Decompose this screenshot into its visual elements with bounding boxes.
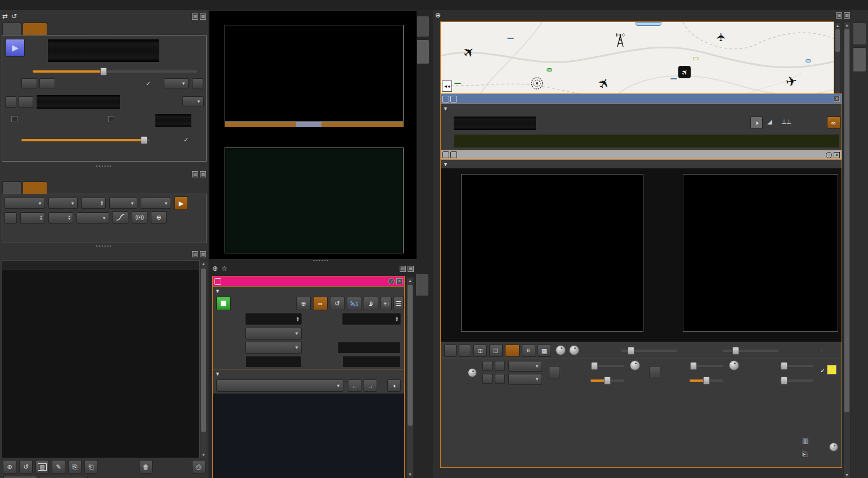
delay-fine-slider[interactable] — [780, 379, 813, 382]
map-label-ockham[interactable] — [454, 83, 461, 84]
fc-position-dropdown[interactable]: ▼ — [164, 78, 189, 88]
trace-visible-checkbox[interactable]: ✓ — [820, 367, 825, 374]
stream-button[interactable] — [450, 96, 457, 102]
fm-settings-row[interactable]: ▼ — [441, 104, 842, 113]
link-button[interactable]: ∞ — [313, 297, 328, 310]
add-feature-icon[interactable]: ⊕ — [212, 265, 218, 272]
longitude-field[interactable]: ▲▼ — [342, 313, 401, 325]
device-tab-r0[interactable] — [2, 23, 21, 35]
channel-scope-row[interactable]: ▼ — [441, 159, 842, 168]
close-window-icon[interactable]: ⊠ — [200, 14, 206, 20]
resize-handle[interactable]: •••••• — [307, 258, 335, 263]
close-window-icon[interactable]: ⊠ — [200, 251, 206, 257]
averaging-mode-dropdown[interactable]: ▼ — [109, 198, 137, 209]
map-scrollbar[interactable]: ▲ — [834, 23, 841, 101]
channels-side-tab-r0[interactable] — [853, 23, 866, 45]
pass-chart-row[interactable]: ▼ — [213, 369, 404, 378]
ofs-checkbox[interactable] — [108, 116, 114, 122]
sr-button[interactable] — [19, 96, 33, 108]
scope-vertical-split-button[interactable]: ◫ — [489, 345, 503, 357]
fft-window-dropdown[interactable]: ▼ — [5, 198, 45, 209]
spectrum-bars-icon[interactable]: ⊥⊥ — [781, 118, 791, 126]
frequency-scale-bar[interactable] — [225, 122, 404, 127]
antenna-button[interactable]: 📡︎ — [364, 297, 378, 310]
next-pass-button[interactable]: → — [364, 379, 377, 392]
spectrum-tab-r0[interactable] — [2, 181, 21, 194]
trace-down-button[interactable] — [495, 374, 505, 384]
save-preset-button[interactable]: ▥ — [35, 460, 49, 473]
channel-color-button[interactable] — [442, 151, 449, 158]
iq-button[interactable] — [39, 78, 55, 88]
map-infobox-egkb[interactable] — [693, 57, 699, 60]
ndb-marker-icon[interactable]: ◄● — [442, 81, 452, 92]
resize-handle[interactable]: •••••• — [90, 163, 118, 168]
tab-commands[interactable] — [39, 476, 88, 478]
scope-grid-button[interactable]: ▦ — [538, 345, 551, 357]
swap-device-icon[interactable]: ⇄ — [2, 12, 8, 20]
reload-device-icon[interactable]: ↺ — [11, 12, 17, 20]
offset-button[interactable] — [649, 366, 660, 378]
tracker-settings-row[interactable]: ▼ — [213, 286, 404, 295]
stereo-loop-button[interactable]: ∞ — [827, 117, 840, 129]
ref-level-spinbox[interactable]: ▲▼ — [20, 212, 45, 224]
amp-fine-knob[interactable] — [630, 360, 640, 370]
device-tab-r1[interactable] — [23, 23, 47, 35]
offset-exp-slider[interactable] — [690, 379, 723, 382]
spectrum-tab-r1[interactable] — [23, 181, 47, 194]
tab-presets[interactable] — [3, 476, 37, 478]
prev-pass-button[interactable]: ← — [348, 379, 361, 392]
trace-number-dropdown[interactable]: ▼ — [508, 361, 542, 372]
mute-button[interactable]: 🕨 — [750, 117, 763, 129]
add-preset-button[interactable]: ⊕ — [3, 460, 16, 473]
close-icon[interactable]: ✕ — [396, 278, 402, 284]
frequency-tracker-button[interactable]: ((•)) — [132, 211, 147, 224]
bias-t-checkbox[interactable]: ✓ — [146, 80, 151, 87]
load-trace-icon[interactable]: ⎗ — [802, 450, 808, 458]
projection-dropdown[interactable]: ▼ — [508, 374, 542, 385]
map-label-clipped[interactable] — [636, 22, 661, 26]
aircraft-icon[interactable]: ✈ — [714, 33, 728, 42]
range-spinbox[interactable]: ▲▼ — [48, 212, 73, 224]
restore-window-icon[interactable]: ⊞ — [400, 266, 406, 272]
nomod-checkbox[interactable] — [11, 116, 17, 122]
center-frequency-dial[interactable] — [47, 39, 160, 62]
scope-xy-plot[interactable] — [683, 174, 838, 332]
waterfall-plot[interactable] — [225, 148, 404, 253]
add-trace-button[interactable] — [482, 361, 493, 371]
channel-color-button[interactable] — [442, 96, 449, 102]
remove-trace-button[interactable] — [482, 374, 493, 384]
tracker-stop-button[interactable] — [216, 297, 231, 310]
import-preset-button[interactable]: ⎗ — [84, 460, 98, 473]
lo-ppm-slider[interactable] — [33, 70, 197, 73]
grid-intensity-knob[interactable] — [569, 345, 579, 355]
memory-knob[interactable] — [829, 443, 838, 452]
target-dropdown[interactable]: ▼ — [245, 342, 302, 354]
autoscale-button[interactable] — [5, 212, 17, 224]
delta-f-dial[interactable] — [453, 116, 536, 131]
sample-rate-dial[interactable] — [36, 95, 120, 109]
close-window-icon[interactable]: ⊠ — [844, 12, 850, 19]
map-infobox-heathrow[interactable] — [547, 68, 552, 72]
trace-up-button[interactable] — [495, 361, 505, 371]
save-trace-icon[interactable]: ▥ — [802, 437, 808, 445]
start-device-button[interactable]: ▶ — [6, 39, 25, 57]
gain-slider[interactable] — [21, 139, 150, 141]
load-preset-button[interactable]: ⎙ — [192, 460, 205, 473]
airport-icon[interactable]: ✈ — [678, 66, 691, 78]
amp-button[interactable] — [549, 366, 560, 378]
fm-demod-titlebar[interactable]: ✕ — [441, 94, 842, 104]
restore-window-icon[interactable]: ⊞ — [192, 14, 198, 20]
features-tab-f0[interactable] — [415, 274, 429, 296]
scope-trace-plot[interactable] — [461, 174, 643, 332]
channels-side-tab-r1[interactable] — [853, 47, 866, 72]
trace-select-knob[interactable] — [468, 368, 477, 377]
resize-handle[interactable]: •••••• — [90, 243, 118, 248]
vor-beacon-icon[interactable] — [530, 76, 544, 91]
close-window-icon[interactable]: ⊠ — [200, 171, 206, 177]
radio-tower-icon[interactable] — [614, 32, 627, 48]
help-icon[interactable]: ? — [388, 278, 395, 284]
crosshair-button[interactable]: ⊕ — [151, 211, 167, 224]
audio-sample-icon[interactable]: ◢ — [767, 118, 772, 126]
features-scrollbar[interactable]: ▲▼ — [406, 277, 414, 478]
agc-checkbox[interactable]: ✓ — [184, 136, 189, 144]
